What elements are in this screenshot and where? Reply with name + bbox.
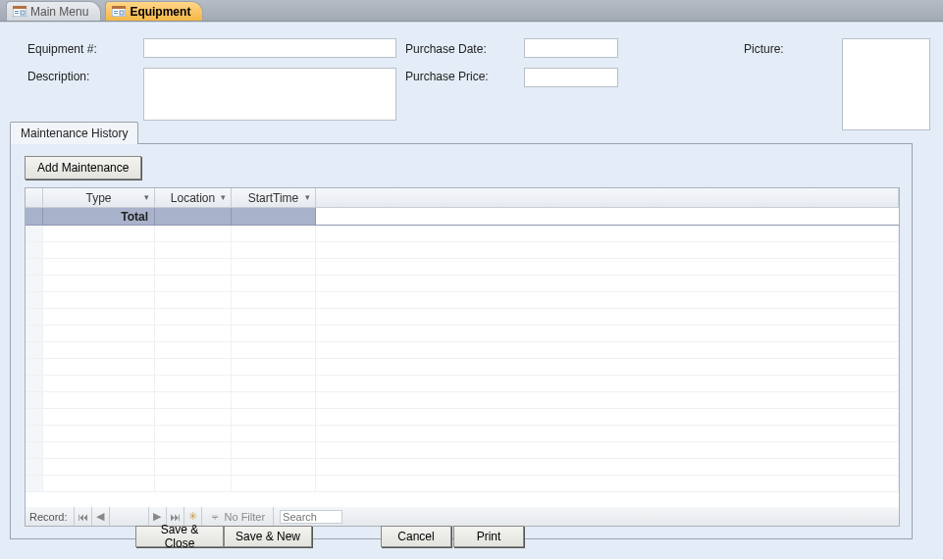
grid-row[interactable] [26,409,899,426]
grid-row[interactable] [26,309,899,326]
svg-rect-7 [114,11,118,12]
grid-total-row: Total [26,208,899,226]
grid-row[interactable] [26,476,899,492]
no-filter-label: No Filter [225,511,266,523]
grid-row[interactable] [26,326,899,342]
grid-row[interactable] [26,292,899,309]
grid-row[interactable] [26,342,899,359]
grid-row[interactable] [26,242,899,259]
grid-header-row: Type ▾ Location ▾ StartTime ▾ [26,188,899,208]
column-header-location[interactable]: Location ▾ [155,188,232,207]
purchase-date-label: Purchase Date: [405,42,487,56]
document-tabs-bar: Main Menu Equipment [0,0,943,22]
grid-row[interactable] [26,226,899,242]
grid-row[interactable] [26,426,899,442]
cancel-button[interactable]: Cancel [381,526,451,547]
svg-rect-9 [120,11,124,15]
grid-select-all[interactable] [26,188,43,207]
grid-row[interactable] [26,359,899,376]
equipment-number-input[interactable] [143,38,396,58]
svg-rect-3 [15,13,19,14]
grid-body[interactable] [26,226,899,512]
svg-rect-8 [114,13,118,14]
tab-main-menu[interactable]: Main Menu [6,1,101,21]
column-header-starttime[interactable]: StartTime ▾ [232,188,316,207]
description-label: Description: [27,70,89,83]
form-icon [13,6,26,17]
grid-row[interactable] [26,442,899,459]
tab-equipment-label: Equipment [130,5,190,19]
grid-row[interactable] [26,259,899,276]
record-search-input[interactable] [280,510,342,524]
save-and-new-button[interactable]: Save & New [224,526,312,547]
prev-record-button[interactable]: ◀ [92,507,110,526]
tab-maintenance-history[interactable]: Maintenance History [10,122,138,144]
maintenance-panel: Add Maintenance Type ▾ Location ▾ StartT… [10,143,913,539]
grid-row[interactable] [26,459,899,476]
current-record-box[interactable] [110,507,149,526]
svg-rect-1 [13,6,26,9]
grid-row[interactable] [26,392,899,409]
column-header-type-label: Type [85,191,111,205]
total-label-cell: Total [43,208,155,225]
svg-rect-4 [21,11,25,15]
form-action-buttons: Save & Close Save & New Cancel Print [0,526,943,551]
filter-dropdown-icon[interactable]: ▾ [217,191,229,203]
maintenance-tab-control: Maintenance History Add Maintenance Type… [10,121,913,539]
purchase-date-input[interactable] [524,38,618,58]
header-fields: Equipment #: Description: Purchase Date:… [18,32,925,130]
print-button[interactable]: Print [453,526,524,547]
picture-label: Picture: [744,42,784,56]
tab-main-menu-label: Main Menu [30,5,88,19]
record-label: Record: [26,507,75,526]
filter-dropdown-icon[interactable]: ▾ [301,191,313,203]
grid-row[interactable] [26,376,899,392]
first-record-button[interactable]: ⏮ [75,507,92,526]
filter-dropdown-icon[interactable]: ▾ [140,191,152,203]
purchase-price-input[interactable] [524,68,618,87]
maintenance-grid[interactable]: Type ▾ Location ▾ StartTime ▾ Total [25,187,900,513]
tab-equipment[interactable]: Equipment [105,1,203,21]
description-input[interactable] [143,68,396,121]
form-body: Equipment #: Description: Purchase Date:… [0,22,943,559]
column-header-type[interactable]: Type ▾ [43,188,155,207]
save-and-close-button[interactable]: Save & Close [135,526,224,547]
grid-row[interactable] [26,276,899,292]
add-maintenance-button[interactable]: Add Maintenance [25,156,141,179]
filter-icon: ⫧ [210,511,221,523]
column-header-blank [316,188,899,207]
total-location-cell [155,208,232,225]
picture-box[interactable] [842,38,930,130]
column-header-location-label: Location [171,191,215,205]
column-header-starttime-label: StartTime [248,191,299,205]
svg-rect-2 [15,11,19,12]
form-icon [112,6,126,17]
svg-rect-6 [112,6,126,9]
total-row-selector [26,208,43,225]
equipment-number-label: Equipment #: [27,42,97,56]
purchase-price-label: Purchase Price: [405,70,489,83]
total-blank-cell [316,208,899,225]
total-starttime-cell [232,208,316,225]
search-segment [274,507,348,526]
